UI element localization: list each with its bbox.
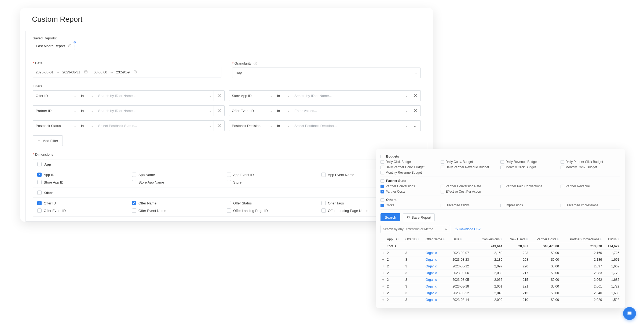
- offer-name-link[interactable]: Organic: [426, 291, 437, 295]
- checkbox[interactable]: [227, 201, 231, 205]
- filter-op-select[interactable]: in⌄: [275, 90, 292, 101]
- filter-op-select[interactable]: in⌄: [78, 120, 96, 131]
- checkbox[interactable]: [500, 185, 504, 188]
- checkbox[interactable]: [321, 201, 326, 205]
- remove-filter-button[interactable]: ✕: [410, 90, 421, 101]
- table-header[interactable]: Partner Conversions⇅: [560, 236, 603, 243]
- filter-value-input[interactable]: Select Postback Decision...⌄: [292, 120, 410, 131]
- add-filter-button[interactable]: ＋ Add Filter: [33, 135, 63, 146]
- table-header[interactable]: Partner Costs⇅: [529, 236, 560, 243]
- checkbox[interactable]: [380, 155, 384, 158]
- checkbox[interactable]: [380, 190, 384, 193]
- checkbox[interactable]: [37, 173, 42, 177]
- expand-row-icon[interactable]: +: [382, 251, 385, 255]
- checkbox[interactable]: [441, 160, 444, 164]
- offer-name-link[interactable]: Organic: [426, 271, 437, 275]
- gear-icon[interactable]: ⚙: [73, 40, 76, 44]
- offer-name-link[interactable]: Organic: [426, 258, 437, 262]
- checkbox[interactable]: [561, 204, 564, 207]
- checkbox[interactable]: [37, 208, 42, 213]
- checkbox[interactable]: [380, 179, 384, 183]
- expand-row-icon[interactable]: +: [382, 278, 385, 282]
- table-header[interactable]: Offer Name⇅: [425, 236, 451, 243]
- checkbox[interactable]: [500, 166, 504, 169]
- table-header[interactable]: New Users⇅: [503, 236, 529, 243]
- checkbox[interactable]: [132, 201, 136, 205]
- checkbox[interactable]: [132, 180, 136, 184]
- help-fab[interactable]: [623, 307, 636, 320]
- checkbox[interactable]: [132, 208, 136, 213]
- filter-value-input[interactable]: Select Postback Status...⌄: [96, 120, 214, 131]
- expand-row-icon[interactable]: +: [382, 291, 385, 295]
- checkbox[interactable]: [380, 166, 384, 169]
- search-icon[interactable]: [442, 227, 450, 231]
- table-row[interactable]: + 23 Organic 2023-08-18 2,061221$0.002,0…: [380, 283, 620, 290]
- table-row[interactable]: + 23 Organic 2023-08-22 2,040215$0.002,0…: [380, 290, 620, 297]
- filter-value-input[interactable]: Enter Values...⌄: [292, 105, 410, 116]
- offer-name-link[interactable]: Organic: [426, 278, 437, 282]
- checkbox[interactable]: [500, 160, 504, 164]
- remove-filter-button[interactable]: ✕: [214, 90, 225, 101]
- filter-value-input[interactable]: Search by ID or Name...⌄: [96, 90, 214, 101]
- table-header[interactable]: Offer ID⇅: [404, 236, 425, 243]
- filter-field-select[interactable]: Postback Decision⌄: [229, 120, 275, 131]
- filter-value-input[interactable]: Search by ID or Name...⌄: [292, 90, 410, 101]
- expand-row-icon[interactable]: +: [382, 298, 385, 302]
- checkbox[interactable]: [227, 180, 231, 184]
- table-row[interactable]: + 23 Organic 2023-08-14 2,020210$0.002,0…: [380, 297, 620, 303]
- table-header[interactable]: Conversions⇅: [475, 236, 503, 243]
- table-row[interactable]: + 23 Organic 2023-08-23 2,136208$0.002,1…: [380, 256, 620, 263]
- offer-name-link[interactable]: Organic: [426, 298, 437, 302]
- table-row[interactable]: + 23 Organic 2023-08-06 2,083217$0.002,0…: [380, 270, 620, 277]
- expand-row-icon[interactable]: +: [382, 258, 385, 262]
- table-row[interactable]: + 23 Organic 2023-08-12 2,097220$0.002,0…: [380, 263, 620, 270]
- checkbox[interactable]: [321, 173, 326, 177]
- filter-field-select[interactable]: Postback Status⌄: [33, 120, 78, 131]
- checkbox[interactable]: [441, 204, 444, 207]
- expand-row-icon[interactable]: +: [382, 264, 385, 268]
- filter-field-select[interactable]: Partner ID⌄: [33, 105, 78, 116]
- checkbox[interactable]: [441, 185, 444, 188]
- filter-field-select[interactable]: Store App ID⌄: [229, 90, 275, 101]
- table-header[interactable]: Date⇅: [451, 236, 475, 243]
- search-input[interactable]: [381, 227, 442, 231]
- checkbox[interactable]: [37, 191, 42, 195]
- checkbox[interactable]: [561, 160, 564, 164]
- search-button[interactable]: Search: [380, 213, 400, 221]
- checkbox[interactable]: [321, 208, 326, 213]
- checkbox[interactable]: [227, 173, 231, 177]
- filter-field-select[interactable]: Offer ID⌄: [33, 90, 78, 101]
- checkbox[interactable]: [561, 185, 564, 188]
- expand-filter-button[interactable]: ⌄: [410, 120, 421, 131]
- filter-field-select[interactable]: Offer Event ID⌄: [229, 105, 275, 116]
- pencil-icon[interactable]: [68, 44, 71, 48]
- help-icon[interactable]: ⓘ: [254, 61, 257, 65]
- filter-value-input[interactable]: Search by ID or Name...⌄: [96, 105, 214, 116]
- remove-filter-button[interactable]: ✕: [214, 120, 225, 131]
- expand-row-icon[interactable]: +: [382, 285, 385, 288]
- filter-op-select[interactable]: in⌄: [275, 105, 292, 116]
- expand-row-icon[interactable]: +: [382, 271, 385, 275]
- checkbox[interactable]: [380, 204, 384, 207]
- table-header[interactable]: Clicks⇅: [603, 236, 620, 243]
- checkbox[interactable]: [441, 166, 444, 169]
- checkbox[interactable]: [37, 201, 42, 205]
- table-row[interactable]: + 23 Organic 2023-08-05 2,062215$0.002,0…: [380, 277, 620, 283]
- offer-name-link[interactable]: Organic: [426, 285, 437, 288]
- checkbox[interactable]: [380, 171, 384, 174]
- checkbox[interactable]: [561, 166, 564, 169]
- checkbox[interactable]: [380, 198, 384, 202]
- checkbox[interactable]: [380, 160, 384, 164]
- offer-name-link[interactable]: Organic: [426, 251, 437, 255]
- download-csv-link[interactable]: Download CSV: [455, 227, 481, 231]
- checkbox[interactable]: [37, 162, 42, 166]
- checkbox[interactable]: [380, 185, 384, 188]
- checkbox[interactable]: [132, 173, 136, 177]
- checkbox[interactable]: [441, 190, 444, 193]
- filter-op-select[interactable]: in⌄: [275, 120, 292, 131]
- offer-name-link[interactable]: Organic: [426, 264, 437, 268]
- granularity-select[interactable]: Day ⌄: [232, 68, 421, 78]
- checkbox[interactable]: [37, 180, 42, 184]
- table-row[interactable]: + 23 Organic 2023-08-07 2,160223$0.002,1…: [380, 250, 620, 256]
- remove-filter-button[interactable]: ✕: [214, 105, 225, 116]
